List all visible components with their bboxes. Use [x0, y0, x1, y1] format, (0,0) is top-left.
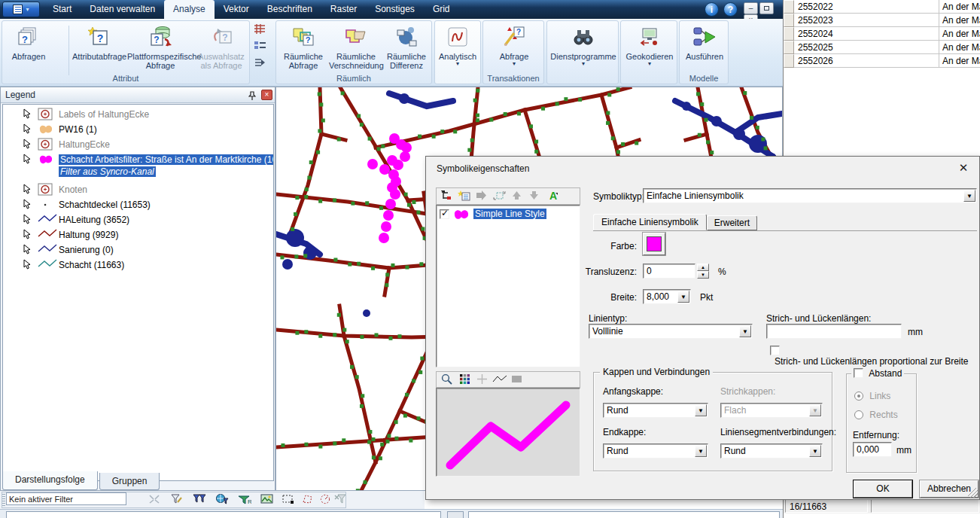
legend-item-schacht-arbeitsfilter[interactable]: Schacht Arbeitsfilter: Straße ist An der… [3, 152, 273, 178]
table-row[interactable]: 2552024 An der Mar [784, 27, 980, 41]
spinner-down-icon[interactable]: ▼ [697, 271, 709, 279]
filter-globe-icon[interactable] [215, 493, 230, 505]
dialog-close-icon[interactable]: ✕ [957, 161, 970, 175]
row-selector[interactable] [784, 41, 794, 54]
row-selector[interactable] [784, 54, 794, 68]
abstand-checkbox[interactable] [854, 368, 863, 378]
ok-button[interactable]: OK [854, 480, 912, 498]
attributabfrage-button[interactable]: ? Attributabfrage [72, 24, 126, 61]
pin-icon[interactable] [248, 90, 257, 100]
row-selector[interactable] [784, 0, 794, 14]
info-icon[interactable]: i [705, 2, 719, 17]
chevron-down-icon[interactable]: ▼ [695, 404, 707, 416]
raeumliche-verschneidung-button[interactable]: Räumliche Verschneidung [329, 24, 383, 70]
new-style-button[interactable] [456, 190, 471, 203]
transluzenz-spinner[interactable]: ▲ ▼ [697, 264, 709, 279]
chevron-down-icon[interactable]: ▼ [677, 291, 689, 303]
tab-daten-verwalten[interactable]: Daten verwalten [81, 0, 164, 19]
geokodieren-button[interactable]: Geokodieren ▾ [622, 24, 677, 66]
legend-item-schachtdeckel[interactable]: Schachtdeckel (11653) [3, 197, 273, 212]
minimize-button[interactable]: – [744, 2, 758, 14]
select-polygon-icon[interactable] [301, 493, 316, 505]
dienstprogramme-button[interactable]: Dienstprogramme ▾ [549, 24, 618, 66]
farbe-swatch-button[interactable] [643, 233, 665, 255]
select-circle-icon[interactable] [319, 493, 334, 505]
select-rectangle-icon[interactable] [282, 493, 297, 505]
legend-item-knoten[interactable]: Knoten [3, 182, 273, 197]
raeumliche-abfrage-button[interactable]: ? Räumliche Abfrage [278, 24, 328, 70]
style-list[interactable]: Simple Line Style [436, 205, 580, 367]
spinner-up-icon[interactable]: ▲ [697, 264, 709, 271]
tab-vektor[interactable]: Vektor [215, 0, 258, 19]
tab-einfache-liniensymbolik[interactable]: Einfache Liniensymbolik [593, 214, 707, 230]
filter-edit-icon[interactable] [170, 493, 185, 505]
restore-button[interactable] [759, 2, 774, 14]
row-selector[interactable] [784, 27, 794, 41]
help-icon[interactable]: ? [723, 2, 738, 17]
table-row[interactable]: 2552025 An der Mar [784, 41, 980, 54]
endkappe-combo[interactable]: Rund ▼ [603, 443, 708, 459]
tab-analyse[interactable]: Analyse [164, 0, 215, 19]
tab-start[interactable]: Start [44, 0, 81, 19]
chevron-down-icon[interactable]: ▼ [739, 325, 751, 337]
tab-raster[interactable]: Raster [321, 0, 366, 19]
expand-arrow-button[interactable] [253, 56, 272, 73]
tab-sonstiges[interactable]: Sonstiges [366, 0, 424, 19]
resize-grip[interactable] [968, 488, 978, 498]
table-row[interactable]: 2552026 An der Mar [784, 54, 980, 68]
font-style-button[interactable]: A [544, 190, 559, 203]
legend-item-schacht[interactable]: Schacht (11663) [3, 257, 273, 273]
entfernung-field[interactable]: 0,000 [853, 442, 892, 457]
liniensegmentverbindungen-combo[interactable]: Rund ▼ [720, 443, 823, 459]
abfragen-button[interactable]: ? Abfragen [5, 24, 52, 61]
legend-item-labels-of-haltungecke[interactable]: Labels of HaltungEcke [3, 107, 273, 122]
style-table-button[interactable] [253, 23, 272, 40]
map-image-icon[interactable] [260, 493, 275, 505]
tab-darstellungsfolge[interactable]: Darstellungsfolge [2, 471, 98, 490]
proportional-checkbox[interactable] [770, 346, 780, 355]
tab-grid[interactable]: Grid [424, 0, 459, 19]
plattformspezifische-abfrage-button[interactable]: ? Plattformspezifische Abfrage [127, 24, 193, 70]
preview-area-icon[interactable] [510, 373, 525, 387]
ausfuehren-button[interactable]: Ausführen [681, 24, 728, 61]
chevron-down-icon[interactable]: ▼ [695, 445, 707, 457]
transluzenz-field[interactable]: 0 [643, 264, 695, 279]
reorder-style-button[interactable] [492, 190, 507, 203]
tab-beschriften[interactable]: Beschriften [258, 0, 321, 19]
analytisch-button[interactable]: Analytisch ▾ [436, 24, 479, 66]
status-small-button[interactable] [447, 511, 464, 518]
legend-item-haltung[interactable]: Haltung (9929) [3, 227, 273, 242]
table-row[interactable]: 2552023 An der Mar [784, 14, 980, 27]
status-field-right[interactable] [468, 511, 780, 518]
preview-colors-icon[interactable] [457, 373, 472, 387]
chevron-down-icon[interactable]: ▼ [963, 190, 975, 202]
anfangskappe-combo[interactable]: Rund ▼ [603, 403, 708, 418]
tab-gruppen[interactable]: Gruppen [99, 473, 160, 490]
symboliktyp-combo[interactable]: Einfache Liniensymbolik ▼ [643, 188, 977, 203]
linientyp-combo[interactable]: Volllinie ▼ [589, 324, 753, 339]
strich-field[interactable] [766, 324, 902, 339]
toolbar-drag-handle[interactable] [2, 494, 5, 506]
filter-fence-icon[interactable]: R [238, 493, 253, 505]
preview-zoom-icon[interactable] [440, 373, 455, 387]
table-row[interactable]: 2552022 An der Mar [784, 0, 980, 14]
style-list-item[interactable]: Simple Line Style [437, 206, 579, 223]
layer-list-button[interactable] [253, 40, 272, 56]
chevron-down-icon[interactable]: ▼ [809, 445, 821, 457]
legend-item-haltungecke[interactable]: HaltungEcke [3, 137, 273, 152]
active-filter-field[interactable] [6, 492, 126, 505]
legend-item-haleitung[interactable]: HALeitung (3652) [3, 212, 273, 227]
application-menu-button[interactable]: ▾ [2, 2, 40, 17]
legend-item-sanierung[interactable]: Sanierung (0) [3, 242, 273, 257]
style-tree-button[interactable] [439, 190, 454, 203]
preview-line-icon[interactable] [492, 373, 507, 387]
filter-double-icon[interactable] [193, 493, 208, 505]
legend-item-pw16[interactable]: PW16 (1) [3, 122, 273, 137]
raeumliche-differenz-button[interactable]: Räumliche Differenz [383, 24, 430, 70]
row-selector[interactable] [784, 14, 794, 27]
style-visible-checkbox[interactable] [440, 209, 449, 219]
tab-erweitert[interactable]: Erweitert [707, 215, 757, 230]
status-field-left[interactable] [6, 511, 441, 518]
breite-combo[interactable]: 8,000 ▼ [643, 289, 691, 304]
abfrage-transaktion-button[interactable]: ? Abfrage ▾ [488, 24, 540, 66]
